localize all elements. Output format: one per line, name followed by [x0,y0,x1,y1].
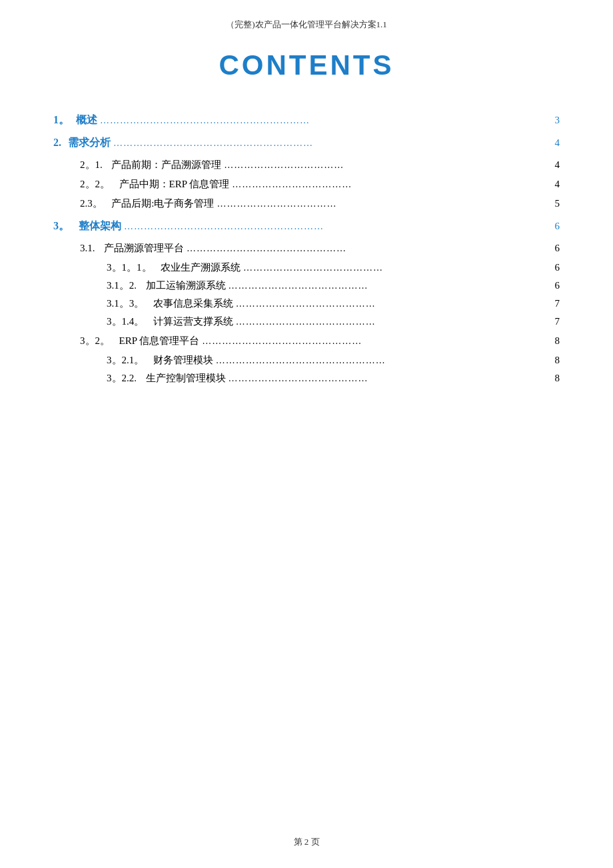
toc-page-3-1-1: 6 [555,263,560,273]
page-wrapper: （完整)农产品一体化管理平台解决方案1.1 CONTENTS 1。 概述 ………… [0,0,613,868]
toc-number-3-1: 3.1. [80,243,100,253]
toc-item-1: 1。 概述 ……………………………………………………… 3 [53,115,560,125]
toc-number-3-2: 3。2。 [80,336,115,346]
toc-label-3-1-3: 农事信息采集系统 [153,299,233,309]
toc-label-3-2: ERP 信息管理平台 [119,336,200,346]
toc-dots-3: …………………………………………………… [124,222,552,231]
toc-page-3-2: 8 [555,336,560,346]
toc-page-3-2-2: 8 [555,373,560,383]
toc-item-2-1: 2。1. 产品前期：产品溯源管理 ……………………………… 4 [53,160,560,170]
toc-item-3-1-4: 3。1.4。 计算运营支撑系统 …………………………………… 7 [53,317,560,327]
toc-number-2-2: 2。2。 [80,179,115,189]
toc-label-3-1-4: 计算运营支撑系统 [153,317,233,327]
toc-dots-2-2: ……………………………… [232,180,552,189]
toc-label-3-2-2: 生产控制管理模块 [146,373,226,383]
contents-title: CONTENTS [0,49,613,81]
toc-label-2: 需求分析 [65,137,111,148]
footer-page-number: 第 2 页 [0,836,613,848]
toc-number-3-1-1: 3。1。1。 [107,263,157,273]
toc-item-3-1: 3.1. 产品溯源管理平台 ………………………………………… 6 [53,243,560,253]
toc-number-3-2-2: 3。2.2. [107,373,142,383]
toc-page-3: 6 [555,221,560,231]
toc-item-3-2: 3。2。 ERP 信息管理平台 ………………………………………… 8 [53,336,560,346]
toc-label-2-3: 产品后期:电子商务管理 [111,199,214,209]
toc-dots-2-1: ……………………………… [224,161,552,170]
toc-dots-3-2-2: …………………………………… [229,374,552,383]
toc-dots-3-2: ………………………………………… [202,337,552,346]
toc-number-3-2-1: 3。2.1。 [107,355,149,365]
toc-container: 1。 概述 ……………………………………………………… 3 2. 需求分析 ……… [0,115,613,383]
toc-item-3-1-1: 3。1。1。 农业生产溯源系统 …………………………………… 6 [53,263,560,273]
toc-page-3-1-3: 7 [555,299,560,309]
toc-number-1: 1。 [53,115,69,125]
toc-item-2-2: 2。2。 产品中期：ERP 信息管理 ……………………………… 4 [53,179,560,189]
toc-page-2-2: 4 [555,179,560,189]
toc-page-3-2-1: 8 [555,355,560,365]
toc-label-3: 整体架构 [73,221,121,231]
toc-dots-3-2-1: …………………………………………… [216,356,552,365]
toc-number-3-1-2: 3.1。2. [107,281,142,291]
toc-item-3-2-1: 3。2.1。 财务管理模块 …………………………………………… 8 [53,355,560,365]
toc-dots-3-1-2: …………………………………… [229,281,552,291]
header-subtitle: （完整)农产品一体化管理平台解决方案1.1 [0,0,613,37]
toc-page-2-1: 4 [555,160,560,170]
toc-item-2-3: 2.3。 产品后期:电子商务管理 ……………………………… 5 [53,199,560,209]
toc-item-2: 2. 需求分析 …………………………………………………… 4 [53,137,560,148]
toc-page-1: 3 [555,115,560,125]
toc-number-3-1-4: 3。1.4。 [107,317,149,327]
toc-page-3-1-4: 7 [555,317,560,327]
toc-page-2-3: 5 [555,199,560,209]
toc-label-3-1-1: 农业生产溯源系统 [161,263,241,273]
toc-number-3: 3。 [53,221,69,231]
toc-item-3-2-2: 3。2.2. 生产控制管理模块 …………………………………… 8 [53,373,560,383]
toc-number-3-1-3: 3.1。3。 [107,299,149,309]
toc-page-2: 4 [555,138,560,148]
toc-item-3: 3。 整体架构 …………………………………………………… 6 [53,221,560,231]
toc-label-2-1: 产品前期：产品溯源管理 [111,160,221,170]
toc-dots-2: …………………………………………………… [113,139,552,148]
toc-label-3-2-1: 财务管理模块 [153,355,213,365]
toc-item-3-1-2: 3.1。2. 加工运输溯源系统 …………………………………… 6 [53,281,560,291]
toc-number-2: 2. [53,137,61,148]
toc-label-2-2: 产品中期：ERP 信息管理 [119,179,230,189]
toc-dots-3-1-3: …………………………………… [236,299,552,309]
toc-dots-1: ……………………………………………………… [100,116,552,125]
toc-item-3-1-3: 3.1。3。 农事信息采集系统 …………………………………… 7 [53,299,560,309]
toc-dots-3-1-1: …………………………………… [243,263,552,273]
toc-label-3-1: 产品溯源管理平台 [104,243,184,253]
toc-label-1: 概述 [73,115,97,125]
toc-number-2-3: 2.3。 [80,199,107,209]
toc-number-2-1: 2。1. [80,160,107,170]
toc-page-3-1: 6 [555,243,560,253]
toc-page-3-1-2: 6 [555,281,560,291]
toc-dots-3-1-4: …………………………………… [236,317,552,327]
toc-dots-3-1: ………………………………………… [187,244,552,253]
toc-dots-2-3: ……………………………… [217,199,552,209]
toc-label-3-1-2: 加工运输溯源系统 [146,281,226,291]
